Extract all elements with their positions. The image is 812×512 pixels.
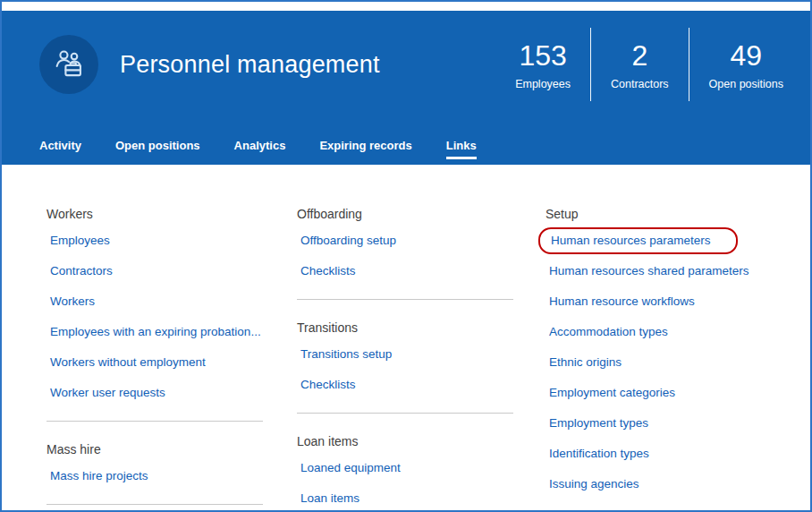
link-accommodation-types[interactable]: Accommodation types <box>546 317 792 347</box>
link-label: Checklists <box>300 263 356 279</box>
section-divider <box>47 421 263 422</box>
link-human-resources-parameters-highlighted[interactable]: Human resources parameters <box>546 226 792 256</box>
link-label: Employment types <box>549 415 648 431</box>
link-workers-without-employment[interactable]: Workers without employment <box>47 347 297 378</box>
stat-label: Employees <box>515 78 571 90</box>
stat-value: 49 <box>709 39 783 72</box>
links-columns: WorkersEmployeesContractorsWorkersEmploy… <box>47 206 792 512</box>
header-stats: 153Employees2Contractors49Open positions <box>495 11 803 118</box>
links-panel: WorkersEmployeesContractorsWorkersEmploy… <box>2 165 810 512</box>
link-employment-categories[interactable]: Employment categories <box>546 378 792 408</box>
links-column-1: WorkersEmployeesContractorsWorkersEmploy… <box>47 206 297 512</box>
link-label: Ethnic origins <box>549 354 622 371</box>
link-mass-hire-projects[interactable]: Mass hire projects <box>47 461 297 491</box>
link-transitions-setup[interactable]: Transitions setup <box>297 339 546 370</box>
stat-contractors[interactable]: 2Contractors <box>591 39 689 90</box>
link-loan-items[interactable]: Loan items <box>297 483 546 512</box>
link-label: Offboarding setup <box>300 233 396 249</box>
section-heading-workers: Workers <box>47 206 297 222</box>
link-workers[interactable]: Workers <box>47 286 297 317</box>
section-divider <box>297 413 513 414</box>
personnel-workspace-icon <box>39 35 98 94</box>
link-employees[interactable]: Employees <box>47 226 297 256</box>
workspace-banner: Personnel management 153Employees2Contra… <box>2 11 810 118</box>
stat-employees[interactable]: 153Employees <box>495 39 590 90</box>
tab-expiring-records[interactable]: Expiring records <box>319 139 411 165</box>
tab-analytics[interactable]: Analytics <box>234 139 286 165</box>
link-ethnic-origins[interactable]: Ethnic origins <box>546 347 792 378</box>
link-label: Mass hire projects <box>50 468 148 484</box>
link-identification-types[interactable]: Identification types <box>546 439 792 469</box>
link-human-resource-workflows[interactable]: Human resource workflows <box>546 286 792 317</box>
link-label: Transitions setup <box>300 346 392 363</box>
link-human-resources-shared-parameters[interactable]: Human resources shared parameters <box>546 256 792 286</box>
link-checklists[interactable]: Checklists <box>297 370 546 400</box>
link-label: Loaned equipment <box>300 460 401 476</box>
link-checklists[interactable]: Checklists <box>297 256 546 286</box>
section-divider <box>47 504 263 505</box>
link-label: Employees with an expiring probation... <box>50 324 261 340</box>
stat-open-positions[interactable]: 49Open positions <box>689 39 803 90</box>
link-label: Contractors <box>50 263 113 279</box>
stat-label: Contractors <box>611 78 669 90</box>
link-issuing-agencies[interactable]: Issuing agencies <box>546 469 792 499</box>
tab-open-positions[interactable]: Open positions <box>115 139 200 165</box>
link-label: Employees <box>50 233 110 249</box>
stat-label: Open positions <box>709 78 783 90</box>
tab-bar: ActivityOpen positionsAnalyticsExpiring … <box>2 118 810 165</box>
link-label: Checklists <box>300 377 356 393</box>
section-heading-loan-items: Loan items <box>297 433 546 449</box>
link-label: Employment categories <box>549 385 675 401</box>
app-window: Personnel management 153Employees2Contra… <box>0 0 812 512</box>
link-label: Loan items <box>300 491 359 507</box>
link-label: Accommodation types <box>549 324 668 340</box>
link-label: Human resources parameters <box>538 227 738 254</box>
link-label: Issuing agencies <box>549 476 639 492</box>
link-label: Human resources shared parameters <box>549 263 749 279</box>
link-label: Workers without employment <box>50 354 206 371</box>
link-label: Human resource workflows <box>549 294 695 310</box>
link-loaned-equipment[interactable]: Loaned equipment <box>297 453 546 483</box>
links-column-3: SetupHuman resources parametersHuman res… <box>546 206 792 512</box>
top-gap <box>2 2 810 11</box>
stat-value: 153 <box>515 39 571 72</box>
link-contractors[interactable]: Contractors <box>47 256 297 286</box>
link-label: Worker user requests <box>50 385 165 401</box>
people-badge-icon <box>53 47 85 82</box>
tab-links[interactable]: Links <box>446 139 477 165</box>
section-divider <box>297 299 513 300</box>
links-column-2: OffboardingOffboarding setupChecklistsTr… <box>297 206 546 512</box>
section-heading-transitions: Transitions <box>297 320 546 336</box>
section-heading-offboarding: Offboarding <box>297 206 546 222</box>
link-worker-user-requests[interactable]: Worker user requests <box>47 378 297 408</box>
section-heading-setup: Setup <box>546 206 792 222</box>
stat-value: 2 <box>611 39 669 72</box>
link-employees-with-an-expiring-probation[interactable]: Employees with an expiring probation... <box>47 317 297 347</box>
page-title: Personnel management <box>120 51 380 79</box>
section-heading-mass-hire: Mass hire <box>47 441 297 457</box>
link-employment-types[interactable]: Employment types <box>546 408 792 439</box>
link-label: Workers <box>50 294 95 310</box>
link-label: Identification types <box>549 446 649 462</box>
link-offboarding-setup[interactable]: Offboarding setup <box>297 226 546 256</box>
tab-activity[interactable]: Activity <box>39 139 81 165</box>
